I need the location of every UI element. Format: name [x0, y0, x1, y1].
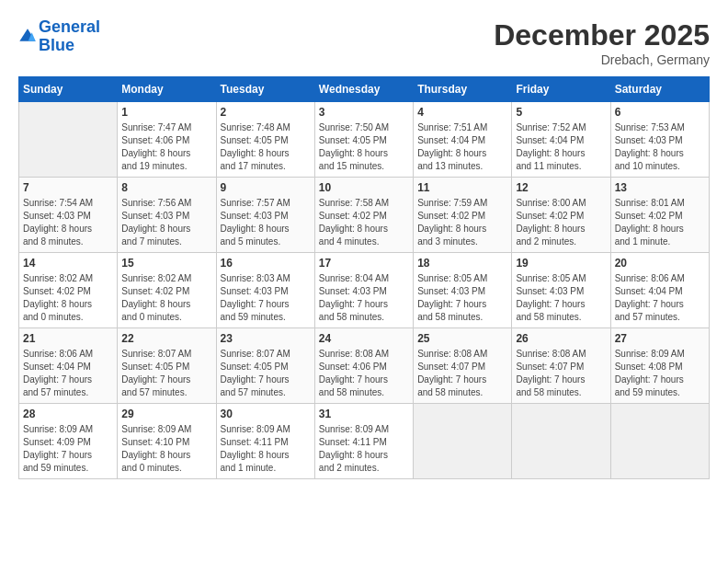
day-number: 24: [319, 332, 409, 345]
col-friday: Friday: [512, 77, 610, 102]
week-row-3: 14Sunrise: 8:02 AMSunset: 4:02 PMDayligh…: [19, 253, 710, 328]
day-info: Sunrise: 8:09 AMSunset: 4:09 PMDaylight:…: [23, 423, 113, 475]
title-block: December 2025 Drebach, Germany: [494, 18, 710, 67]
week-row-5: 28Sunrise: 8:09 AMSunset: 4:09 PMDayligh…: [19, 404, 710, 479]
day-number: 19: [516, 257, 606, 270]
day-info: Sunrise: 7:48 AMSunset: 4:05 PMDaylight:…: [221, 121, 311, 173]
day-cell: 24Sunrise: 8:08 AMSunset: 4:06 PMDayligh…: [314, 328, 413, 404]
day-info: Sunrise: 7:47 AMSunset: 4:06 PMDaylight:…: [121, 121, 211, 173]
day-info: Sunrise: 8:07 AMSunset: 4:05 PMDaylight:…: [221, 348, 311, 399]
day-number: 14: [23, 257, 113, 270]
day-info: Sunrise: 7:59 AMSunset: 4:02 PMDaylight:…: [417, 197, 507, 248]
day-cell: 26Sunrise: 8:08 AMSunset: 4:07 PMDayligh…: [512, 328, 610, 404]
col-sunday: Sunday: [19, 77, 118, 102]
col-wednesday: Wednesday: [314, 77, 413, 102]
day-number: 31: [319, 408, 409, 420]
day-cell: 15Sunrise: 8:02 AMSunset: 4:02 PMDayligh…: [118, 253, 216, 328]
month-title: December 2025: [494, 18, 710, 52]
day-cell: 23Sunrise: 8:07 AMSunset: 4:05 PMDayligh…: [216, 328, 314, 404]
day-number: 1: [121, 106, 211, 119]
day-info: Sunrise: 8:00 AMSunset: 4:02 PMDaylight:…: [516, 197, 606, 248]
location: Drebach, Germany: [494, 52, 710, 67]
day-cell: 18Sunrise: 8:05 AMSunset: 4:03 PMDayligh…: [414, 253, 512, 328]
day-info: Sunrise: 8:02 AMSunset: 4:02 PMDaylight:…: [23, 272, 113, 324]
day-cell: 8Sunrise: 7:56 AMSunset: 4:03 PMDaylight…: [118, 178, 216, 253]
col-monday: Monday: [118, 77, 216, 102]
day-cell: 4Sunrise: 7:51 AMSunset: 4:04 PMDaylight…: [414, 102, 512, 178]
day-info: Sunrise: 8:05 AMSunset: 4:03 PMDaylight:…: [516, 272, 606, 324]
day-info: Sunrise: 8:09 AMSunset: 4:11 PMDaylight:…: [221, 423, 311, 475]
day-number: 20: [615, 257, 705, 270]
day-info: Sunrise: 8:08 AMSunset: 4:06 PMDaylight:…: [319, 348, 409, 399]
day-number: 2: [221, 106, 311, 119]
day-number: 28: [23, 408, 113, 420]
day-number: 8: [121, 181, 211, 194]
calendar-table: Sunday Monday Tuesday Wednesday Thursday…: [18, 76, 710, 479]
day-number: 27: [615, 332, 705, 345]
day-cell: [610, 404, 709, 479]
day-cell: 12Sunrise: 8:00 AMSunset: 4:02 PMDayligh…: [512, 178, 610, 253]
day-cell: 7Sunrise: 7:54 AMSunset: 4:03 PMDaylight…: [19, 178, 118, 253]
day-cell: 31Sunrise: 8:09 AMSunset: 4:11 PMDayligh…: [314, 404, 413, 479]
day-cell: 14Sunrise: 8:02 AMSunset: 4:02 PMDayligh…: [19, 253, 118, 328]
day-number: 30: [221, 408, 311, 420]
day-info: Sunrise: 8:05 AMSunset: 4:03 PMDaylight:…: [417, 272, 507, 324]
day-info: Sunrise: 8:06 AMSunset: 4:04 PMDaylight:…: [615, 272, 705, 324]
logo-text: General Blue: [39, 18, 100, 55]
day-number: 13: [615, 181, 705, 194]
day-cell: 3Sunrise: 7:50 AMSunset: 4:05 PMDaylight…: [314, 102, 413, 178]
day-number: 15: [121, 257, 211, 270]
day-info: Sunrise: 8:09 AMSunset: 4:11 PMDaylight:…: [319, 423, 409, 475]
calendar-header: Sunday Monday Tuesday Wednesday Thursday…: [19, 77, 710, 102]
logo-icon: [18, 28, 37, 46]
day-info: Sunrise: 8:01 AMSunset: 4:02 PMDaylight:…: [615, 197, 705, 248]
page-header: General Blue December 2025 Drebach, Germ…: [18, 18, 710, 67]
day-info: Sunrise: 7:56 AMSunset: 4:03 PMDaylight:…: [121, 197, 211, 248]
day-number: 7: [23, 181, 113, 194]
day-cell: [414, 404, 512, 479]
day-number: 22: [121, 332, 211, 345]
day-cell: 27Sunrise: 8:09 AMSunset: 4:08 PMDayligh…: [610, 328, 709, 404]
day-number: 6: [615, 106, 705, 119]
day-cell: 30Sunrise: 8:09 AMSunset: 4:11 PMDayligh…: [216, 404, 314, 479]
day-info: Sunrise: 8:06 AMSunset: 4:04 PMDaylight:…: [23, 348, 113, 399]
day-info: Sunrise: 7:54 AMSunset: 4:03 PMDaylight:…: [23, 197, 113, 248]
day-number: 21: [23, 332, 113, 345]
col-tuesday: Tuesday: [216, 77, 314, 102]
day-number: 9: [221, 181, 311, 194]
day-info: Sunrise: 8:07 AMSunset: 4:05 PMDaylight:…: [121, 348, 211, 399]
logo: General Blue: [18, 18, 100, 55]
calendar-body: 1Sunrise: 7:47 AMSunset: 4:06 PMDaylight…: [19, 102, 710, 479]
day-cell: 5Sunrise: 7:52 AMSunset: 4:04 PMDaylight…: [512, 102, 610, 178]
day-info: Sunrise: 8:04 AMSunset: 4:03 PMDaylight:…: [319, 272, 409, 324]
day-cell: 9Sunrise: 7:57 AMSunset: 4:03 PMDaylight…: [216, 178, 314, 253]
day-number: 16: [221, 257, 311, 270]
day-cell: 1Sunrise: 7:47 AMSunset: 4:06 PMDaylight…: [118, 102, 216, 178]
day-info: Sunrise: 7:53 AMSunset: 4:03 PMDaylight:…: [615, 121, 705, 173]
day-cell: 25Sunrise: 8:08 AMSunset: 4:07 PMDayligh…: [414, 328, 512, 404]
day-cell: 20Sunrise: 8:06 AMSunset: 4:04 PMDayligh…: [610, 253, 709, 328]
day-number: 10: [319, 181, 409, 194]
day-cell: 6Sunrise: 7:53 AMSunset: 4:03 PMDaylight…: [610, 102, 709, 178]
logo-line1: General: [39, 17, 100, 36]
week-row-1: 1Sunrise: 7:47 AMSunset: 4:06 PMDaylight…: [19, 102, 710, 178]
day-cell: 11Sunrise: 7:59 AMSunset: 4:02 PMDayligh…: [414, 178, 512, 253]
day-number: 18: [417, 257, 507, 270]
day-number: 29: [121, 408, 211, 420]
day-info: Sunrise: 7:51 AMSunset: 4:04 PMDaylight:…: [417, 121, 507, 173]
day-info: Sunrise: 8:08 AMSunset: 4:07 PMDaylight:…: [417, 348, 507, 399]
day-cell: 19Sunrise: 8:05 AMSunset: 4:03 PMDayligh…: [512, 253, 610, 328]
day-cell: 17Sunrise: 8:04 AMSunset: 4:03 PMDayligh…: [314, 253, 413, 328]
day-number: 23: [221, 332, 311, 345]
logo-line2: Blue: [39, 36, 74, 54]
day-cell: 2Sunrise: 7:48 AMSunset: 4:05 PMDaylight…: [216, 102, 314, 178]
day-cell: 10Sunrise: 7:58 AMSunset: 4:02 PMDayligh…: [314, 178, 413, 253]
day-info: Sunrise: 8:02 AMSunset: 4:02 PMDaylight:…: [121, 272, 211, 324]
day-number: 26: [516, 332, 606, 345]
day-info: Sunrise: 8:08 AMSunset: 4:07 PMDaylight:…: [516, 348, 606, 399]
day-info: Sunrise: 8:03 AMSunset: 4:03 PMDaylight:…: [221, 272, 311, 324]
day-cell: 22Sunrise: 8:07 AMSunset: 4:05 PMDayligh…: [118, 328, 216, 404]
day-info: Sunrise: 7:50 AMSunset: 4:05 PMDaylight:…: [319, 121, 409, 173]
col-saturday: Saturday: [610, 77, 709, 102]
day-cell: [512, 404, 610, 479]
